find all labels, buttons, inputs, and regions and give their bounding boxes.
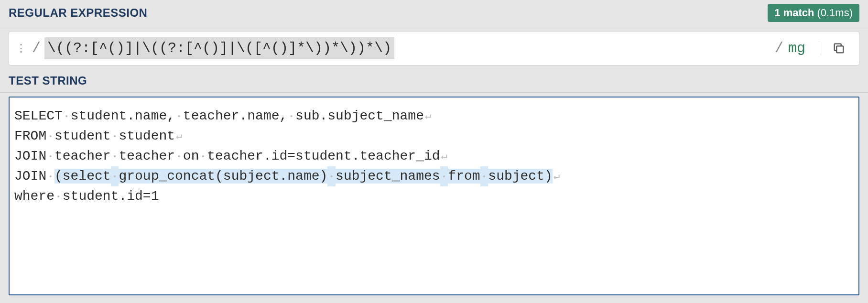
text-run: where <box>14 189 54 204</box>
space-marker <box>63 106 71 126</box>
test-line: JOIN(selectgroup_concat(subject.name)sub… <box>14 166 854 186</box>
space-marker <box>46 126 54 146</box>
space-marker <box>440 166 448 186</box>
text-run: student <box>119 129 175 143</box>
text-run: on <box>183 149 199 163</box>
match-highlight: group_concat(subject.name) <box>119 169 327 184</box>
newline-marker-icon: ↵ <box>424 108 431 125</box>
test-section-label: TEST STRING <box>9 74 87 87</box>
text-run: student.id=1 <box>63 189 159 204</box>
text-run: teacher <box>119 149 175 163</box>
test-section-header: TEST STRING <box>0 71 868 93</box>
regex-input-wrap[interactable]: \((?:[^()]|\((?:[^()]|\([^()]*\))*\))*\) <box>41 32 775 65</box>
match-badge: 1 match (0.1ms) <box>768 4 859 22</box>
regex-section-header: REGULAR EXPRESSION 1 match (0.1ms) <box>0 0 868 27</box>
text-run: JOIN <box>14 169 46 184</box>
regex-left: ⋮ / <box>9 32 41 65</box>
svg-rect-0 <box>836 46 843 53</box>
space-marker <box>46 146 54 166</box>
match-highlight: subject_names <box>336 169 440 184</box>
space-marker <box>199 146 207 166</box>
space-marker <box>480 166 488 186</box>
copy-button[interactable] <box>819 42 858 55</box>
regex-close-delim: / <box>775 40 783 56</box>
regex-flags[interactable]: mg <box>788 40 814 56</box>
text-run: teacher.id=student.teacher_id <box>207 149 440 163</box>
regex-open-delim: / <box>32 40 41 56</box>
test-line: SELECTstudent.name,teacher.name,sub.subj… <box>14 106 854 126</box>
space-marker <box>54 186 63 206</box>
space-marker <box>46 166 54 186</box>
newline-marker-icon: ↵ <box>440 149 447 165</box>
test-string-input[interactable]: SELECTstudent.name,teacher.name,sub.subj… <box>9 97 859 295</box>
newline-marker-icon: ↵ <box>175 129 182 145</box>
space-marker <box>287 106 295 126</box>
space-marker <box>111 146 119 166</box>
text-run: student.name, <box>71 108 175 123</box>
space-marker <box>327 166 336 186</box>
text-run: teacher <box>54 149 111 163</box>
text-run: sub.subject_name <box>295 108 424 123</box>
match-highlight: subject) <box>488 169 552 184</box>
text-run: teacher.name, <box>183 108 287 123</box>
text-run: SELECT <box>14 108 63 123</box>
regex-section-label: REGULAR EXPRESSION <box>9 6 147 20</box>
space-marker <box>175 106 183 126</box>
space-marker <box>175 146 183 166</box>
text-run: student <box>54 129 111 143</box>
text-run: JOIN <box>14 149 46 163</box>
test-line: wherestudent.id=1 <box>14 186 854 206</box>
text-run: FROM <box>14 129 46 143</box>
test-line: FROMstudentstudent↵ <box>14 126 854 146</box>
newline-marker-icon: ↵ <box>553 169 560 185</box>
match-highlight: from <box>448 169 480 184</box>
match-highlight: (select <box>54 169 111 184</box>
space-marker <box>111 166 119 186</box>
regex-input[interactable]: \((?:[^()]|\((?:[^()]|\([^()]*\))*\))*\) <box>44 37 394 59</box>
test-line: JOINteacherteacheronteacher.id=student.t… <box>14 146 854 166</box>
regex-input-row: ⋮ / \((?:[^()]|\((?:[^()]|\([^()]*\))*\)… <box>9 31 859 65</box>
copy-icon <box>832 42 846 55</box>
regex-right: / mg <box>775 32 859 65</box>
space-marker <box>111 126 119 146</box>
match-time: (0.1ms) <box>817 7 853 19</box>
drag-handle-icon[interactable]: ⋮ <box>16 46 27 50</box>
match-count: 1 match <box>774 7 814 19</box>
